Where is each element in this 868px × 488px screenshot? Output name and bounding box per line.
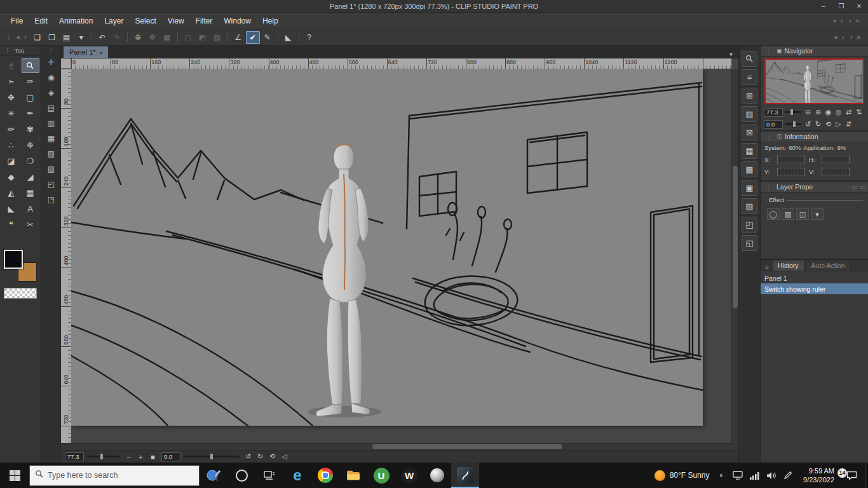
weather-widget[interactable]: 80°F Sunny [649,470,715,481]
menu-select[interactable]: Select [129,15,161,27]
dock-arrow-down-icon[interactable]: ◱ [742,235,757,251]
material-image-icon[interactable]: ▩ [742,161,757,177]
border-effect-icon[interactable]: ◯ [767,208,780,220]
blend-tool[interactable]: ❍ [22,153,39,168]
sub-view-icon[interactable]: ≡ [742,69,757,85]
chrome-icon[interactable] [311,463,339,488]
pen-tool[interactable]: ✒ [22,105,39,121]
layer-property-tab-b-icon[interactable]: ▭ [859,184,865,190]
switch-ruler-icon[interactable]: ✔ [246,31,260,44]
canvas-artwork[interactable] [71,69,703,426]
flip-horizontal-icon[interactable]: ⇄ [844,107,853,117]
material-monochrome-icon[interactable]: ⊠ [742,125,757,140]
subtool-frame-a-icon[interactable]: ◰ [44,177,58,191]
canvas-viewport[interactable] [71,69,731,443]
tab-list-dropdown-icon[interactable]: ▾ [724,51,738,58]
history-grip-icon[interactable]: ≡ [763,264,771,271]
action-center-icon[interactable]: 14 [840,471,865,480]
flip-vertical-icon[interactable]: ⇅ [854,107,864,117]
navigator-preview[interactable] [764,58,864,104]
canvas-zoom-slider[interactable] [87,456,120,458]
main-color-swatch[interactable] [4,250,23,269]
zoom-in-icon[interactable]: ⊕ [813,107,823,117]
navigator-zoom-knob[interactable] [790,109,794,116]
operation-tool[interactable]: ➣ [3,74,20,89]
expand-right-icon[interactable]: › » [846,17,863,24]
zoom-in-icon[interactable]: + [135,452,146,462]
actual-size-icon[interactable]: ◎ [834,107,843,117]
navigator-rotation-value[interactable]: 0.0 [764,120,783,129]
snap-to-ruler-icon[interactable]: ❊ [131,31,145,44]
green-u-app-icon[interactable]: U [367,463,395,488]
rotate-left-icon[interactable]: ↺ [803,119,813,129]
previous-view-icon[interactable]: ◁ [279,452,290,462]
material-color-pattern-icon[interactable]: ▥ [742,106,757,122]
clock[interactable]: 9:59 AM 9/23/2022 [797,466,840,485]
fill-tool[interactable]: ◆ [3,169,20,184]
reset-view-icon[interactable]: ▷ [834,119,843,129]
subtool-ruler-pen-icon[interactable]: ✛ [44,55,58,69]
command-bar-grip-icon[interactable]: ⋮ [4,34,14,41]
cortana-icon[interactable] [227,463,255,488]
toolbar-collapse-right-icon[interactable]: « ‹ [832,34,848,41]
ruler-tool[interactable]: ◣ [3,201,20,216]
canvas-rotation-value[interactable]: 0.0 [161,452,180,461]
eraser-tool[interactable]: ◪ [3,153,20,168]
move-layer-tool[interactable]: ✥ [3,90,20,105]
dock-arrow-up-icon[interactable]: ◰ [742,217,757,233]
menu-file[interactable]: File [5,15,29,27]
fit-to-window-icon[interactable]: ◉ [824,107,833,117]
brush-tool[interactable]: ✾ [22,121,39,137]
show-desktop-strip[interactable] [865,463,868,488]
figure-tool[interactable]: ◭ [3,185,20,200]
measure-icon[interactable]: ◣ [281,31,295,44]
layer-color-icon[interactable]: ◫ [796,208,809,220]
tab-history[interactable]: History [772,260,804,271]
zoom-slider-knob[interactable] [100,453,104,460]
transparent-color-swatch[interactable] [4,288,37,299]
collapse-left-icon[interactable]: « ‹ [831,17,847,24]
frame-border-tool[interactable]: ▦ [22,185,39,200]
balloon-tool[interactable]: ❝ [3,217,20,232]
tool-palette-grip-icon[interactable]: ⋮ [3,47,13,54]
menu-layer[interactable]: Layer [98,15,129,27]
effect-menu-icon[interactable]: ▾ [811,208,824,220]
material-palette-icon[interactable]: ⊠ [742,88,757,104]
menu-edit[interactable]: Edit [29,15,53,27]
subtool-card-icon[interactable]: ▤ [44,101,58,115]
rotate-right-icon[interactable]: ↻ [813,119,823,129]
line-angle-icon[interactable]: ∠ [231,31,245,44]
material-3d-icon[interactable]: ▣ [742,180,757,196]
invert-selection-icon[interactable]: ◩ [196,31,210,44]
search-highlights-icon[interactable] [200,463,227,488]
search-box[interactable] [29,465,200,486]
horizontal-scrollbar-thumb[interactable] [372,444,562,449]
fit-to-screen-icon[interactable]: ■ [147,452,158,462]
selection-border-icon[interactable]: ▧ [210,31,224,44]
menu-window[interactable]: Window [218,15,257,27]
material-download-icon[interactable]: ▨ [742,198,757,214]
menu-help[interactable]: Help [257,15,284,27]
history-item[interactable]: Switch showing ruler [761,283,868,294]
history-item[interactable]: Panel 1 [761,273,868,283]
minimize-button[interactable]: – [815,0,832,13]
sub-tool-grip-icon[interactable]: ⋮ [46,47,57,54]
snap-to-grid-icon[interactable]: ▦ [160,31,174,44]
file-explorer-icon[interactable] [339,463,367,488]
menu-animation[interactable]: Animation [53,15,98,27]
vertical-scrollbar[interactable] [731,69,738,443]
open-file-icon[interactable]: ❒ [45,31,59,44]
rotate-right-icon[interactable]: ↻ [255,452,266,462]
navigator-zoom-value[interactable]: 77.3 [764,108,783,117]
w-app-icon[interactable]: W [395,463,423,488]
redo-icon[interactable]: ↷ [110,31,124,44]
vertical-scrollbar-thumb[interactable] [733,166,738,308]
volume-icon[interactable] [766,471,776,480]
close-button[interactable]: ✕ [850,0,868,13]
network-icon[interactable] [750,471,759,480]
tone-effect-icon[interactable]: ▨ [782,208,794,220]
reset-rotation-icon[interactable]: ⟲ [824,119,833,129]
tray-expand-icon[interactable]: ∧ [714,472,728,478]
subtool-grid-a-icon[interactable]: ▥ [44,116,58,130]
task-view-icon[interactable] [255,463,283,488]
